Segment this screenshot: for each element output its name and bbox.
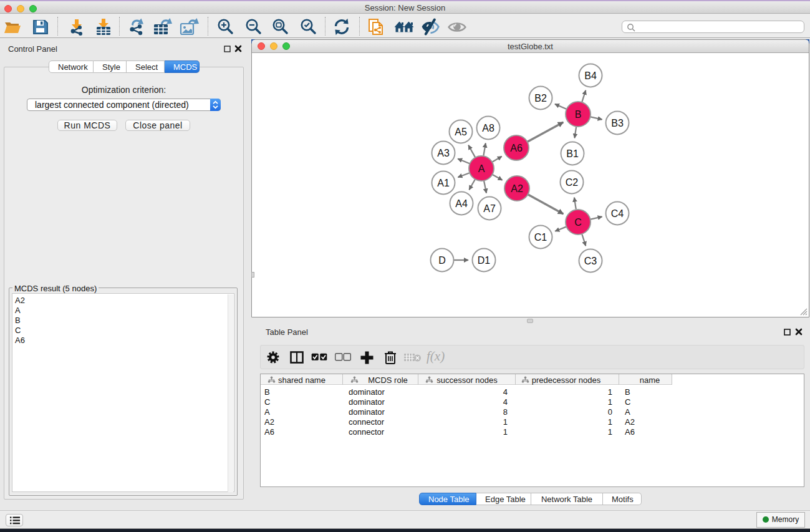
svg-text:C3: C3	[584, 256, 597, 266]
svg-text:D1: D1	[478, 255, 491, 266]
svg-text:A5: A5	[455, 127, 467, 137]
svg-text:A: A	[478, 163, 485, 174]
svg-text:B1: B1	[566, 148, 579, 159]
svg-text:A6: A6	[510, 143, 523, 153]
svg-text:B2: B2	[534, 93, 547, 104]
svg-text:A1: A1	[437, 178, 450, 188]
svg-text:B4: B4	[584, 70, 597, 81]
svg-text:D: D	[438, 255, 446, 266]
svg-text:C: C	[574, 217, 582, 228]
svg-text:C4: C4	[611, 208, 624, 219]
svg-text:A3: A3	[437, 148, 450, 158]
svg-text:A7: A7	[483, 203, 496, 214]
svg-text:A8: A8	[482, 123, 494, 133]
svg-text:C2: C2	[566, 177, 579, 188]
svg-text:C1: C1	[534, 232, 547, 243]
svg-text:A2: A2	[511, 183, 523, 194]
svg-text:B3: B3	[611, 118, 624, 128]
svg-text:A4: A4	[455, 198, 468, 209]
svg-text:B: B	[575, 109, 582, 120]
